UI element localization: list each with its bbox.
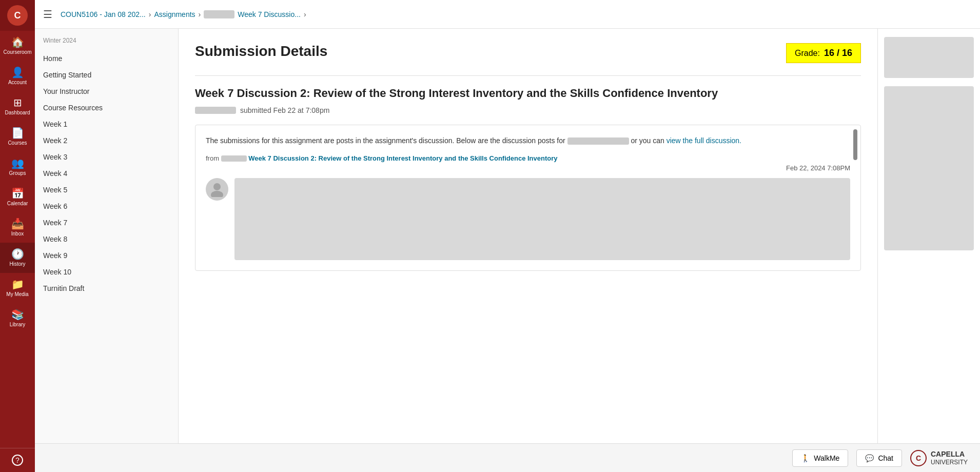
sidebar-link-week1[interactable]: Week 1 xyxy=(43,116,178,132)
sidebar-link-week5[interactable]: Week 5 xyxy=(43,182,178,198)
breadcrumb: COUN5106 - Jan 08 202... › Assignments ›… xyxy=(61,10,306,18)
dashboard-icon: ⊞ xyxy=(13,97,22,108)
user-redacted-inline xyxy=(567,137,629,145)
library-icon: 📚 xyxy=(11,309,24,320)
sidebar-link-week6[interactable]: Week 6 xyxy=(43,198,178,214)
sidebar-link-course-resources[interactable]: Course Resources xyxy=(43,100,178,116)
breadcrumb-sep-1: › xyxy=(149,10,151,18)
help-icon: ? xyxy=(12,455,23,466)
post-body xyxy=(206,178,850,260)
from-discussion-link[interactable]: Week 7 Discussion 2: Review of the Stron… xyxy=(248,154,557,162)
sidebar-item-courseroom[interactable]: 🏠 Courseroom xyxy=(0,31,35,61)
term-label: Winter 2024 xyxy=(43,37,178,44)
sidebar-link-week4[interactable]: Week 4 xyxy=(43,165,178,182)
sidebar-courses-label: Courses xyxy=(8,140,27,146)
top-bar: ☰ COUN5106 - Jan 08 202... › Assignments… xyxy=(35,0,980,29)
content-area: Winter 2024 Home Getting Started Your In… xyxy=(35,29,980,443)
submission-header: Submission Details Grade: 16 / 16 xyxy=(195,43,861,63)
discussion-intro-span: The submissions for this assignment are … xyxy=(206,136,565,145)
walkme-button[interactable]: 🚶 WalkMe xyxy=(792,449,848,467)
capella-logo: C CAPELLA UNIVERSITY xyxy=(910,450,968,466)
courses-icon: 📄 xyxy=(11,128,24,138)
breadcrumb-current[interactable]: Week 7 Discussio... xyxy=(238,10,301,18)
submission-title: Submission Details xyxy=(195,43,327,60)
submission-main: Submission Details Grade: 16 / 16 Week 7… xyxy=(179,29,877,443)
breadcrumb-sep-2: › xyxy=(199,10,201,18)
sidebar-link-home[interactable]: Home xyxy=(43,50,178,67)
walkme-icon: 🚶 xyxy=(801,454,810,462)
sidebar-item-library[interactable]: 📚 Library xyxy=(0,303,35,333)
from-label: from xyxy=(206,154,219,162)
sidebar-nav: C 🏠 Courseroom 👤 Account ⊞ Dashboard 📄 C… xyxy=(0,0,35,472)
sidebar-item-account[interactable]: 👤 Account xyxy=(0,61,35,91)
sidebar-item-calendar[interactable]: 📅 Calendar xyxy=(0,182,35,212)
grade-label: Grade: xyxy=(795,49,820,58)
sidebar-link-week3[interactable]: Week 3 xyxy=(43,149,178,165)
svg-point-0 xyxy=(213,183,221,190)
post-timestamp: Feb 22, 2024 7:08PM xyxy=(206,164,850,172)
sidebar-my-media-label: My Media xyxy=(6,291,28,297)
right-panel xyxy=(877,29,980,443)
sidebar-calendar-label: Calendar xyxy=(7,201,28,206)
post-content-redacted xyxy=(234,178,850,260)
sidebar-account-label: Account xyxy=(8,80,27,85)
sidebar-link-turnitin[interactable]: Turnitin Draft xyxy=(43,280,178,297)
breadcrumb-redacted xyxy=(204,10,234,18)
hamburger-menu[interactable]: ☰ xyxy=(43,8,52,21)
sidebar-link-week8[interactable]: Week 8 xyxy=(43,231,178,247)
breadcrumb-course[interactable]: COUN5106 - Jan 08 202... xyxy=(61,10,146,18)
sidebar-link-week10[interactable]: Week 10 xyxy=(43,264,178,280)
svg-point-1 xyxy=(211,191,223,197)
history-icon: 🕐 xyxy=(11,249,24,259)
breadcrumb-assignments[interactable]: Assignments xyxy=(154,10,195,18)
sender-redacted xyxy=(221,155,247,162)
sidebar-link-week2[interactable]: Week 2 xyxy=(43,132,178,149)
sidebar-item-inbox[interactable]: 📥 Inbox xyxy=(0,212,35,243)
breadcrumb-sep-3: › xyxy=(304,10,306,18)
capella-line2: UNIVERSITY xyxy=(931,459,968,466)
section-divider xyxy=(195,75,861,76)
courseroom-logo[interactable]: C xyxy=(7,5,28,26)
sidebar-inbox-label: Inbox xyxy=(11,231,24,237)
course-sidebar: Winter 2024 Home Getting Started Your In… xyxy=(35,29,179,443)
sidebar-link-getting-started[interactable]: Getting Started xyxy=(43,67,178,83)
discussion-or-span: or you can xyxy=(631,136,666,145)
discussion-box: The submissions for this assignment are … xyxy=(195,125,861,271)
right-panel-top xyxy=(884,37,974,78)
account-icon: 👤 xyxy=(11,67,24,77)
courseroom-icon: 🏠 xyxy=(11,37,24,47)
view-full-discussion-link[interactable]: view the full discussion. xyxy=(667,136,741,145)
assignment-title: Week 7 Discussion 2: Review of the Stron… xyxy=(195,86,861,101)
capella-text: CAPELLA UNIVERSITY xyxy=(931,450,968,466)
sidebar-item-my-media[interactable]: 📁 My Media xyxy=(0,273,35,303)
sidebar-item-history[interactable]: 🕐 History xyxy=(0,243,35,273)
groups-icon: 👥 xyxy=(11,158,24,168)
calendar-icon: 📅 xyxy=(11,188,24,199)
sidebar-link-week7[interactable]: Week 7 xyxy=(43,214,178,231)
poster-avatar xyxy=(206,178,228,201)
sidebar-item-courses[interactable]: 📄 Courses xyxy=(0,122,35,152)
scroll-indicator[interactable] xyxy=(853,129,857,160)
chat-button[interactable]: 💬 Chat xyxy=(856,449,902,467)
inbox-icon: 📥 xyxy=(11,219,24,229)
chat-icon: 💬 xyxy=(865,454,874,462)
sidebar-library-label: Library xyxy=(10,322,26,327)
from-line: from Week 7 Discussion 2: Review of the … xyxy=(206,154,850,162)
my-media-icon: 📁 xyxy=(11,279,24,289)
right-panel-bottom xyxy=(884,86,974,250)
sidebar-dashboard-label: Dashboard xyxy=(5,110,30,115)
sidebar-link-week9[interactable]: Week 9 xyxy=(43,247,178,264)
sidebar-item-help[interactable]: ? xyxy=(0,448,35,472)
capella-line1: CAPELLA xyxy=(931,450,968,459)
sidebar-link-your-instructor[interactable]: Your Instructor xyxy=(43,83,178,100)
nav-top: C xyxy=(0,0,35,31)
walkme-label: WalkMe xyxy=(814,454,839,462)
sidebar-item-groups[interactable]: 👥 Groups xyxy=(0,152,35,182)
sidebar-item-dashboard[interactable]: ⊞ Dashboard xyxy=(0,91,35,122)
bottom-bar: 🚶 WalkMe 💬 Chat C CAPELLA UNIVERSITY xyxy=(35,443,980,472)
capella-logo-icon: C xyxy=(910,450,927,466)
grade-value: 16 / 16 xyxy=(824,48,852,58)
sidebar-courseroom-label: Courseroom xyxy=(3,49,31,55)
discussion-intro-text: The submissions for this assignment are … xyxy=(206,135,850,146)
submitted-text: submitted Feb 22 at 7:08pm xyxy=(240,106,329,114)
